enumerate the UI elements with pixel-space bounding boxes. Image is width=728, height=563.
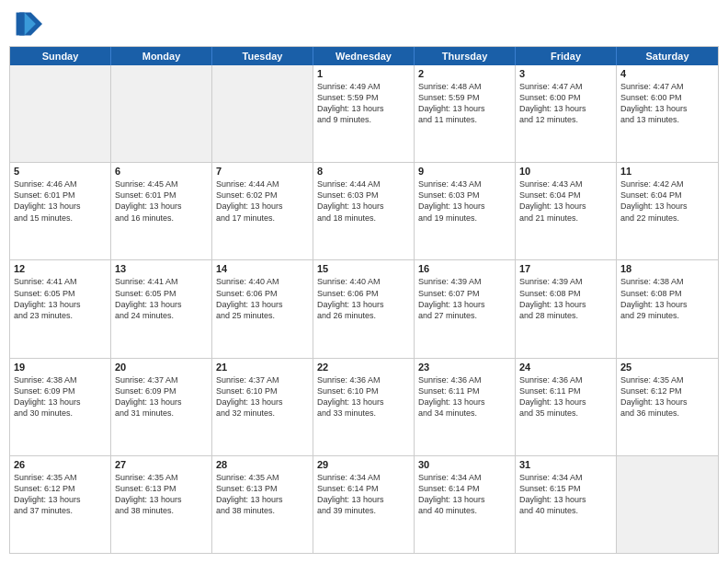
cell-info-line: Daylight: 13 hours xyxy=(620,396,714,408)
cell-info-line: Sunrise: 4:34 AM xyxy=(317,472,410,483)
cell-info-line: Daylight: 13 hours xyxy=(14,494,107,505)
calendar-cell: 1Sunrise: 4:49 AMSunset: 5:59 PMDaylight… xyxy=(313,65,415,162)
calendar-cell: 16Sunrise: 4:39 AMSunset: 6:07 PMDayligh… xyxy=(415,260,516,357)
cell-info-line: Sunrise: 4:37 AM xyxy=(115,374,208,385)
day-number: 9 xyxy=(418,166,511,177)
cell-info-line: Sunrise: 4:41 AM xyxy=(115,276,208,287)
cell-info-line: Daylight: 13 hours xyxy=(620,299,714,310)
calendar-cell xyxy=(10,65,111,162)
day-number: 1 xyxy=(317,68,410,79)
calendar-cell: 31Sunrise: 4:34 AMSunset: 6:15 PMDayligh… xyxy=(516,456,617,553)
cell-info-line: Daylight: 13 hours xyxy=(14,299,107,310)
cell-info-line: and 26 minutes. xyxy=(317,310,410,321)
cell-info-line: Sunset: 6:02 PM xyxy=(216,190,309,201)
day-number: 5 xyxy=(14,166,107,177)
cell-info-line: and 40 minutes. xyxy=(519,505,612,516)
calendar-cell: 4Sunrise: 4:47 AMSunset: 6:00 PMDaylight… xyxy=(617,65,718,162)
day-number: 20 xyxy=(115,362,208,373)
cell-info-line: Sunset: 6:10 PM xyxy=(317,385,410,396)
cell-info-line: and 38 minutes. xyxy=(216,505,309,516)
cell-info-line: and 16 minutes. xyxy=(115,213,208,224)
calendar-cell: 30Sunrise: 4:34 AMSunset: 6:14 PMDayligh… xyxy=(415,456,516,553)
weekday-header: Saturday xyxy=(617,47,718,65)
cell-info-line: Daylight: 13 hours xyxy=(115,299,208,310)
calendar-cell: 24Sunrise: 4:36 AMSunset: 6:11 PMDayligh… xyxy=(516,359,617,455)
cell-info-line: and 36 minutes. xyxy=(620,408,714,419)
calendar-body: 1Sunrise: 4:49 AMSunset: 5:59 PMDaylight… xyxy=(10,65,718,553)
cell-info-line: Daylight: 13 hours xyxy=(115,396,208,408)
cell-info-line: Sunset: 6:00 PM xyxy=(620,92,714,103)
cell-info-line: Daylight: 13 hours xyxy=(418,396,511,408)
day-number: 10 xyxy=(519,166,612,177)
calendar-cell: 15Sunrise: 4:40 AMSunset: 6:06 PMDayligh… xyxy=(313,260,415,357)
cell-info-line: Sunset: 6:11 PM xyxy=(418,385,511,396)
cell-info-line: and 38 minutes. xyxy=(115,505,208,516)
cell-info-line: Sunrise: 4:47 AM xyxy=(519,81,612,92)
day-number: 13 xyxy=(115,263,208,274)
cell-info-line: Sunset: 6:14 PM xyxy=(317,483,410,494)
cell-info-line: Sunset: 5:59 PM xyxy=(418,92,511,103)
day-number: 8 xyxy=(317,166,410,177)
cell-info-line: Sunrise: 4:38 AM xyxy=(14,374,107,385)
cell-info-line: and 11 minutes. xyxy=(418,114,511,125)
cell-info-line: Sunset: 6:04 PM xyxy=(620,190,714,201)
logo-icon xyxy=(13,9,42,39)
cell-info-line: Sunrise: 4:40 AM xyxy=(317,276,410,287)
cell-info-line: Sunrise: 4:47 AM xyxy=(620,81,714,92)
cell-info-line: Sunrise: 4:48 AM xyxy=(418,81,511,92)
cell-info-line: Sunset: 5:59 PM xyxy=(317,92,410,103)
calendar-cell: 28Sunrise: 4:35 AMSunset: 6:13 PMDayligh… xyxy=(212,456,313,553)
cell-info-line: Sunrise: 4:36 AM xyxy=(317,374,410,385)
calendar-row: 12Sunrise: 4:41 AMSunset: 6:05 PMDayligh… xyxy=(10,260,718,358)
calendar-header: SundayMondayTuesdayWednesdayThursdayFrid… xyxy=(10,47,718,65)
day-number: 3 xyxy=(519,68,612,79)
day-number: 23 xyxy=(418,362,511,373)
cell-info-line: Daylight: 13 hours xyxy=(620,103,714,114)
calendar-cell: 25Sunrise: 4:35 AMSunset: 6:12 PMDayligh… xyxy=(617,359,718,455)
cell-info-line: Sunrise: 4:35 AM xyxy=(216,472,309,483)
cell-info-line: Daylight: 13 hours xyxy=(216,299,309,310)
cell-info-line: Sunrise: 4:44 AM xyxy=(216,178,309,190)
cell-info-line: Sunrise: 4:34 AM xyxy=(519,472,612,483)
weekday-header: Friday xyxy=(516,47,617,65)
cell-info-line: Sunrise: 4:38 AM xyxy=(620,276,714,287)
cell-info-line: and 22 minutes. xyxy=(620,213,714,224)
cell-info-line: Sunset: 6:12 PM xyxy=(620,385,714,396)
cell-info-line: Daylight: 13 hours xyxy=(317,494,410,505)
cell-info-line: and 17 minutes. xyxy=(216,213,309,224)
day-number: 16 xyxy=(418,263,511,274)
day-number: 12 xyxy=(14,263,107,274)
cell-info-line: Sunrise: 4:35 AM xyxy=(115,472,208,483)
cell-info-line: Sunrise: 4:35 AM xyxy=(620,374,714,385)
day-number: 4 xyxy=(620,68,714,79)
cell-info-line: Daylight: 13 hours xyxy=(216,201,309,212)
cell-info-line: Daylight: 13 hours xyxy=(317,201,410,212)
cell-info-line: Daylight: 13 hours xyxy=(14,201,107,212)
page: SundayMondayTuesdayWednesdayThursdayFrid… xyxy=(0,0,728,563)
cell-info-line: Sunset: 6:06 PM xyxy=(317,288,410,299)
cell-info-line: and 37 minutes. xyxy=(14,505,107,516)
cell-info-line: and 19 minutes. xyxy=(418,213,511,224)
day-number: 6 xyxy=(115,166,208,177)
day-number: 27 xyxy=(115,459,208,470)
cell-info-line: Sunset: 6:01 PM xyxy=(115,190,208,201)
cell-info-line: Sunrise: 4:36 AM xyxy=(418,374,511,385)
cell-info-line: and 30 minutes. xyxy=(14,408,107,419)
cell-info-line: Daylight: 13 hours xyxy=(519,201,612,212)
day-number: 29 xyxy=(317,459,410,470)
calendar-cell: 14Sunrise: 4:40 AMSunset: 6:06 PMDayligh… xyxy=(212,260,313,357)
day-number: 19 xyxy=(14,362,107,373)
cell-info-line: and 29 minutes. xyxy=(620,310,714,321)
cell-info-line: and 15 minutes. xyxy=(14,213,107,224)
cell-info-line: and 25 minutes. xyxy=(216,310,309,321)
day-number: 28 xyxy=(216,459,309,470)
cell-info-line: Daylight: 13 hours xyxy=(115,494,208,505)
calendar-row: 26Sunrise: 4:35 AMSunset: 6:12 PMDayligh… xyxy=(10,456,718,553)
calendar-cell: 2Sunrise: 4:48 AMSunset: 5:59 PMDaylight… xyxy=(415,65,516,162)
cell-info-line: and 24 minutes. xyxy=(115,310,208,321)
calendar-cell: 29Sunrise: 4:34 AMSunset: 6:14 PMDayligh… xyxy=(313,456,415,553)
day-number: 26 xyxy=(14,459,107,470)
day-number: 25 xyxy=(620,362,714,373)
cell-info-line: Daylight: 13 hours xyxy=(418,201,511,212)
cell-info-line: and 9 minutes. xyxy=(317,114,410,125)
